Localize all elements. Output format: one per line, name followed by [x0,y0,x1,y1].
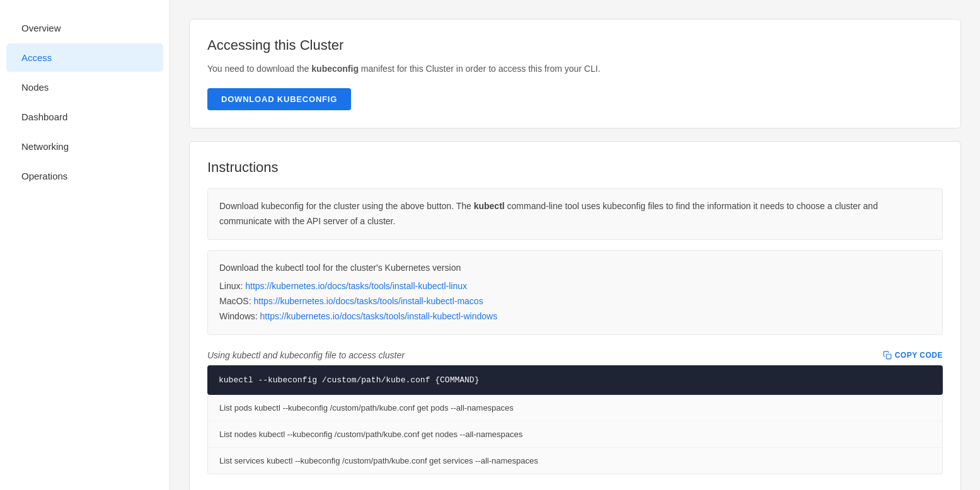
sidebar-item-overview[interactable]: Overview [6,14,163,42]
copy-section-description: Using kubectl and kubeconfig file to acc… [207,350,405,360]
kubectl-macos-url[interactable]: https://kubernetes.io/docs/tasks/tools/i… [253,296,483,306]
kubectl-linux-link: Linux: https://kubernetes.io/docs/tasks/… [219,279,931,294]
access-card-title: Accessing this Cluster [207,37,943,54]
command-block: kubectl --kubeconfig /custom/path/kube.c… [207,365,943,395]
code-example-1: List pods kubectl --kubeconfig /custom/p… [208,395,942,421]
kubectl-windows-url[interactable]: https://kubernetes.io/docs/tasks/tools/i… [260,311,498,321]
download-kubeconfig-button[interactable]: DOWNLOAD KUBECONFIG [207,88,351,110]
kubectl-macos-link: MacOS: https://kubernetes.io/docs/tasks/… [219,294,931,309]
copy-icon [883,351,892,360]
access-card-description: You need to download the kubeconfig mani… [207,62,943,76]
copy-code-header: Using kubectl and kubeconfig file to acc… [207,345,943,365]
access-card: Accessing this Cluster You need to downl… [189,19,961,128]
svg-rect-0 [886,354,891,359]
sidebar-item-operations[interactable]: Operations [6,162,163,190]
sidebar-item-networking[interactable]: Networking [6,132,163,161]
kubectl-windows-link: Windows: https://kubernetes.io/docs/task… [219,309,931,324]
main-content: Accessing this Cluster You need to downl… [170,0,980,490]
code-examples: List pods kubectl --kubeconfig /custom/p… [207,395,943,474]
kubectl-download-title: Download the kubectl tool for the cluste… [219,261,931,276]
instruction-block-2: Download the kubectl tool for the cluste… [207,250,943,335]
instructions-title: Instructions [207,159,943,176]
code-example-3: List services kubectl --kubeconfig /cust… [208,448,942,474]
instruction-block-1: Download kubeconfig for the cluster usin… [207,188,943,240]
app-layout: Overview Access Nodes Dashboard Networki… [0,0,980,490]
kubectl-linux-url[interactable]: https://kubernetes.io/docs/tasks/tools/i… [245,281,467,291]
sidebar-item-nodes[interactable]: Nodes [6,73,163,101]
code-example-2: List nodes kubectl --kubeconfig /custom/… [208,421,942,448]
sidebar-item-dashboard[interactable]: Dashboard [6,103,163,131]
sidebar: Overview Access Nodes Dashboard Networki… [0,0,170,490]
code-section: Using kubectl and kubeconfig file to acc… [207,345,943,474]
instructions-card: Instructions Download kubeconfig for the… [189,141,961,490]
sidebar-item-access[interactable]: Access [6,43,163,72]
copy-code-button[interactable]: COPY CODE [883,351,943,360]
